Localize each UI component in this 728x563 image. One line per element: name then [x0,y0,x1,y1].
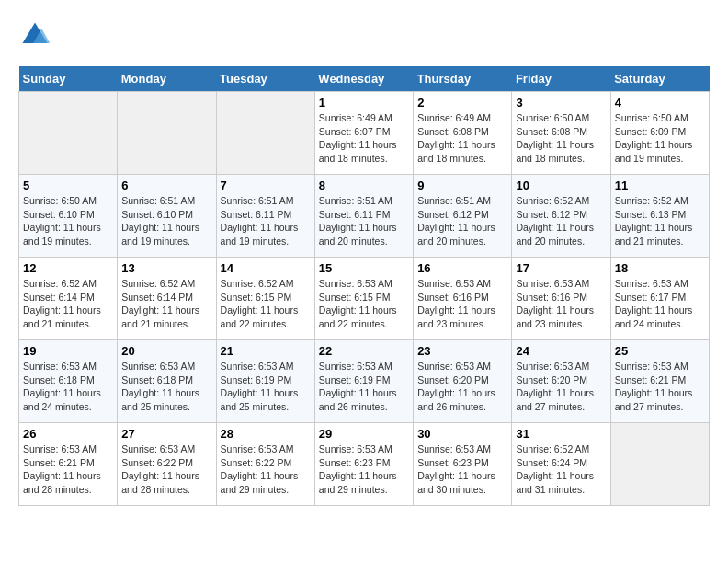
day-number: 15 [319,261,409,275]
calendar-cell: 20Sunrise: 6:53 AM Sunset: 6:18 PM Dayli… [118,340,216,423]
day-number: 3 [516,96,606,109]
calendar-cell: 5Sunrise: 6:50 AM Sunset: 6:10 PM Daylig… [19,175,118,258]
day-number: 20 [121,344,211,358]
day-info: Sunrise: 6:52 AM Sunset: 6:15 PM Dayligh… [221,277,311,331]
day-info: Sunrise: 6:51 AM Sunset: 6:10 PM Dayligh… [121,194,211,248]
calendar-cell: 27Sunrise: 6:53 AM Sunset: 6:22 PM Dayli… [118,423,216,506]
calendar-cell: 11Sunrise: 6:52 AM Sunset: 6:13 PM Dayli… [610,175,709,258]
logo-icon [18,18,51,52]
day-info: Sunrise: 6:52 AM Sunset: 6:24 PM Dayligh… [516,442,606,497]
day-info: Sunrise: 6:53 AM Sunset: 6:23 PM Dayligh… [319,442,409,497]
day-number: 21 [221,344,311,358]
week-row-4: 19Sunrise: 6:53 AM Sunset: 6:18 PM Dayli… [19,340,710,423]
day-info: Sunrise: 6:52 AM Sunset: 6:14 PM Dayligh… [121,277,211,331]
day-info: Sunrise: 6:53 AM Sunset: 6:22 PM Dayligh… [121,442,211,497]
day-info: Sunrise: 6:53 AM Sunset: 6:23 PM Dayligh… [417,442,507,497]
calendar-table: SundayMondayTuesdayWednesdayThursdayFrid… [18,66,710,506]
day-info: Sunrise: 6:50 AM Sunset: 6:09 PM Dayligh… [615,111,705,166]
calendar-cell: 31Sunrise: 6:52 AM Sunset: 6:24 PM Dayli… [512,423,610,506]
day-number: 12 [23,261,113,275]
calendar-cell: 22Sunrise: 6:53 AM Sunset: 6:19 PM Dayli… [314,340,413,423]
day-number: 4 [615,96,705,109]
day-number: 26 [23,427,113,441]
day-info: Sunrise: 6:53 AM Sunset: 6:16 PM Dayligh… [516,277,606,331]
weekday-header-monday: Monday [118,66,216,92]
day-info: Sunrise: 6:52 AM Sunset: 6:13 PM Dayligh… [615,194,705,248]
calendar-cell: 19Sunrise: 6:53 AM Sunset: 6:18 PM Dayli… [19,340,118,423]
day-info: Sunrise: 6:51 AM Sunset: 6:11 PM Dayligh… [319,194,409,248]
day-number: 13 [121,261,211,275]
day-info: Sunrise: 6:52 AM Sunset: 6:14 PM Dayligh… [23,277,113,331]
day-number: 10 [516,178,606,192]
day-info: Sunrise: 6:53 AM Sunset: 6:18 PM Dayligh… [121,360,211,414]
calendar-cell: 12Sunrise: 6:52 AM Sunset: 6:14 PM Dayli… [19,258,118,340]
day-number: 30 [417,427,507,441]
day-number: 18 [615,261,705,275]
day-info: Sunrise: 6:53 AM Sunset: 6:19 PM Dayligh… [221,360,311,414]
day-info: Sunrise: 6:53 AM Sunset: 6:20 PM Dayligh… [417,360,507,414]
day-info: Sunrise: 6:50 AM Sunset: 6:08 PM Dayligh… [516,111,606,166]
calendar-cell: 26Sunrise: 6:53 AM Sunset: 6:21 PM Dayli… [19,423,118,506]
day-number: 1 [319,96,409,109]
calendar-cell: 15Sunrise: 6:53 AM Sunset: 6:15 PM Dayli… [314,258,413,340]
day-number: 19 [23,344,113,358]
day-number: 6 [121,178,211,192]
day-number: 9 [417,178,507,192]
day-number: 27 [121,427,211,441]
day-number: 7 [221,178,311,192]
day-number: 22 [319,344,409,358]
weekday-row: SundayMondayTuesdayWednesdayThursdayFrid… [19,66,710,92]
calendar-cell: 13Sunrise: 6:52 AM Sunset: 6:14 PM Dayli… [118,258,216,340]
week-row-2: 5Sunrise: 6:50 AM Sunset: 6:10 PM Daylig… [19,175,710,258]
calendar-cell: 14Sunrise: 6:52 AM Sunset: 6:15 PM Dayli… [216,258,314,340]
day-number: 14 [221,261,311,275]
day-number: 2 [417,96,507,109]
calendar-cell: 9Sunrise: 6:51 AM Sunset: 6:12 PM Daylig… [414,175,512,258]
calendar-cell: 30Sunrise: 6:53 AM Sunset: 6:23 PM Dayli… [414,423,512,506]
day-info: Sunrise: 6:53 AM Sunset: 6:16 PM Dayligh… [417,277,507,331]
day-info: Sunrise: 6:50 AM Sunset: 6:10 PM Dayligh… [23,194,113,248]
weekday-header-saturday: Saturday [610,66,709,92]
calendar-cell: 23Sunrise: 6:53 AM Sunset: 6:20 PM Dayli… [414,340,512,423]
logo [18,18,57,52]
day-number: 23 [417,344,507,358]
weekday-header-thursday: Thursday [414,66,512,92]
day-info: Sunrise: 6:49 AM Sunset: 6:07 PM Dayligh… [319,111,409,166]
day-info: Sunrise: 6:53 AM Sunset: 6:21 PM Dayligh… [23,442,113,497]
calendar-cell: 17Sunrise: 6:53 AM Sunset: 6:16 PM Dayli… [512,258,610,340]
weekday-header-wednesday: Wednesday [314,66,413,92]
day-info: Sunrise: 6:53 AM Sunset: 6:17 PM Dayligh… [615,277,705,331]
week-row-3: 12Sunrise: 6:52 AM Sunset: 6:14 PM Dayli… [19,258,710,340]
calendar-cell [118,92,216,175]
calendar-cell: 2Sunrise: 6:49 AM Sunset: 6:08 PM Daylig… [414,92,512,175]
day-info: Sunrise: 6:51 AM Sunset: 6:11 PM Dayligh… [221,194,311,248]
calendar-cell: 8Sunrise: 6:51 AM Sunset: 6:11 PM Daylig… [314,175,413,258]
calendar-cell: 29Sunrise: 6:53 AM Sunset: 6:23 PM Dayli… [314,423,413,506]
page-header [18,18,710,52]
day-number: 5 [23,178,113,192]
calendar-cell: 3Sunrise: 6:50 AM Sunset: 6:08 PM Daylig… [512,92,610,175]
calendar-cell: 10Sunrise: 6:52 AM Sunset: 6:12 PM Dayli… [512,175,610,258]
calendar-cell: 16Sunrise: 6:53 AM Sunset: 6:16 PM Dayli… [414,258,512,340]
calendar-cell [19,92,118,175]
day-number: 16 [417,261,507,275]
calendar-cell: 18Sunrise: 6:53 AM Sunset: 6:17 PM Dayli… [610,258,709,340]
calendar-cell: 4Sunrise: 6:50 AM Sunset: 6:09 PM Daylig… [610,92,709,175]
calendar-cell [610,423,709,506]
calendar-cell: 1Sunrise: 6:49 AM Sunset: 6:07 PM Daylig… [314,92,413,175]
day-info: Sunrise: 6:53 AM Sunset: 6:22 PM Dayligh… [221,442,311,497]
weekday-header-tuesday: Tuesday [216,66,314,92]
day-number: 24 [516,344,606,358]
day-info: Sunrise: 6:49 AM Sunset: 6:08 PM Dayligh… [417,111,507,166]
day-number: 11 [615,178,705,192]
day-info: Sunrise: 6:53 AM Sunset: 6:18 PM Dayligh… [23,360,113,414]
weekday-header-sunday: Sunday [19,66,118,92]
day-number: 25 [615,344,705,358]
day-number: 8 [319,178,409,192]
day-info: Sunrise: 6:52 AM Sunset: 6:12 PM Dayligh… [516,194,606,248]
day-info: Sunrise: 6:53 AM Sunset: 6:15 PM Dayligh… [319,277,409,331]
day-info: Sunrise: 6:51 AM Sunset: 6:12 PM Dayligh… [417,194,507,248]
weekday-header-friday: Friday [512,66,610,92]
calendar-cell: 6Sunrise: 6:51 AM Sunset: 6:10 PM Daylig… [118,175,216,258]
day-number: 17 [516,261,606,275]
